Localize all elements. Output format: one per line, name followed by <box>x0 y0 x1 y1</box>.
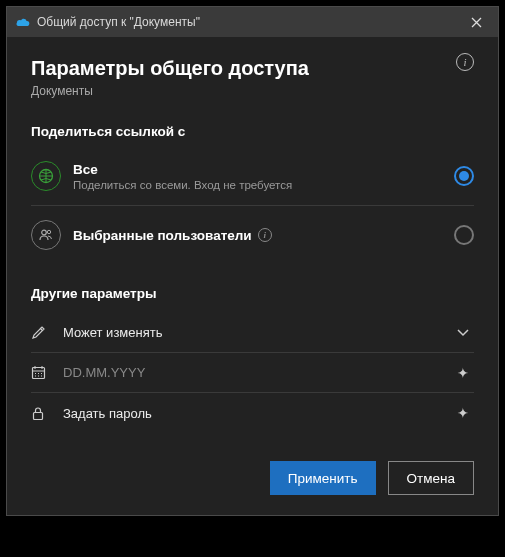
premium-icon: ✦ <box>452 405 474 421</box>
window-title: Общий доступ к "Документы" <box>37 15 464 29</box>
option-everyone-desc: Поделиться со всеми. Вход не требуется <box>73 179 454 191</box>
page-title: Параметры общего доступа <box>31 57 456 80</box>
expiry-placeholder: DD.MM.YYYY <box>63 365 452 380</box>
pencil-icon <box>31 325 53 340</box>
info-icon-small[interactable]: i <box>258 228 272 242</box>
info-icon[interactable]: i <box>456 53 474 71</box>
users-icon <box>31 220 61 250</box>
share-dialog: Общий доступ к "Документы" Параметры общ… <box>6 6 499 516</box>
lock-icon <box>31 406 53 421</box>
permission-row[interactable]: Может изменять <box>31 313 474 353</box>
password-row[interactable]: Задать пароль ✦ <box>31 393 474 433</box>
option-selected-users-title: Выбранные пользователи <box>73 228 252 243</box>
apply-button[interactable]: Применить <box>270 461 376 495</box>
radio-selected-users[interactable] <box>454 225 474 245</box>
globe-icon <box>31 161 61 191</box>
close-button[interactable] <box>464 10 488 34</box>
calendar-icon <box>31 365 53 380</box>
svg-point-1 <box>42 230 47 235</box>
premium-icon: ✦ <box>452 365 474 381</box>
other-params-label: Другие параметры <box>31 286 474 301</box>
onedrive-icon <box>15 16 31 28</box>
password-label: Задать пароль <box>63 406 452 421</box>
chevron-down-icon <box>452 329 474 337</box>
option-everyone-title: Все <box>73 162 454 177</box>
divider <box>31 205 474 206</box>
expiry-row[interactable]: DD.MM.YYYY ✦ <box>31 353 474 393</box>
titlebar: Общий доступ к "Документы" <box>7 7 498 37</box>
share-option-selected-users[interactable]: Выбранные пользователи i <box>31 210 474 260</box>
page-subtitle: Документы <box>31 84 474 98</box>
share-with-label: Поделиться ссылкой с <box>31 124 474 139</box>
permission-label: Может изменять <box>63 325 452 340</box>
radio-everyone[interactable] <box>454 166 474 186</box>
svg-rect-4 <box>34 412 43 419</box>
dialog-body: Параметры общего доступа i Документы Под… <box>7 37 498 515</box>
cancel-button[interactable]: Отмена <box>388 461 474 495</box>
footer: Применить Отмена <box>31 461 474 495</box>
svg-point-2 <box>47 230 50 233</box>
share-option-everyone[interactable]: Все Поделиться со всеми. Вход не требует… <box>31 151 474 201</box>
